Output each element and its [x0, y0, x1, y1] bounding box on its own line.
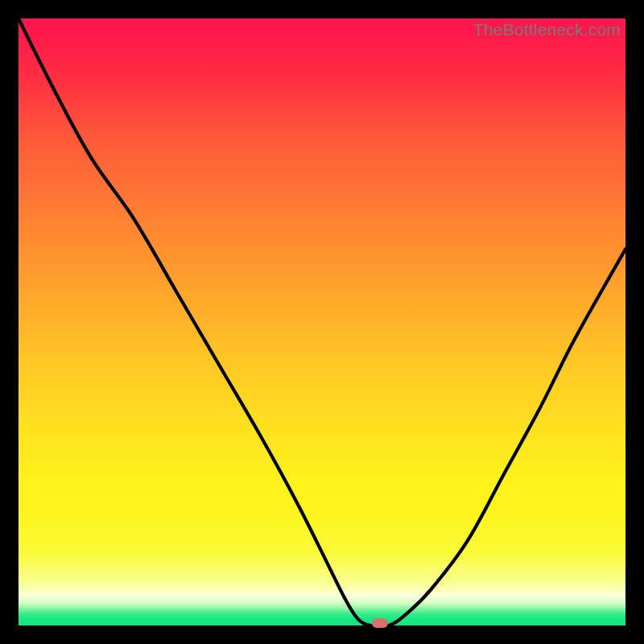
chart-frame: TheBottleneck.com: [0, 0, 644, 644]
bottleneck-curve: [19, 19, 625, 625]
plot-area: TheBottleneck.com: [19, 19, 625, 625]
optimal-point-marker: [372, 618, 388, 628]
